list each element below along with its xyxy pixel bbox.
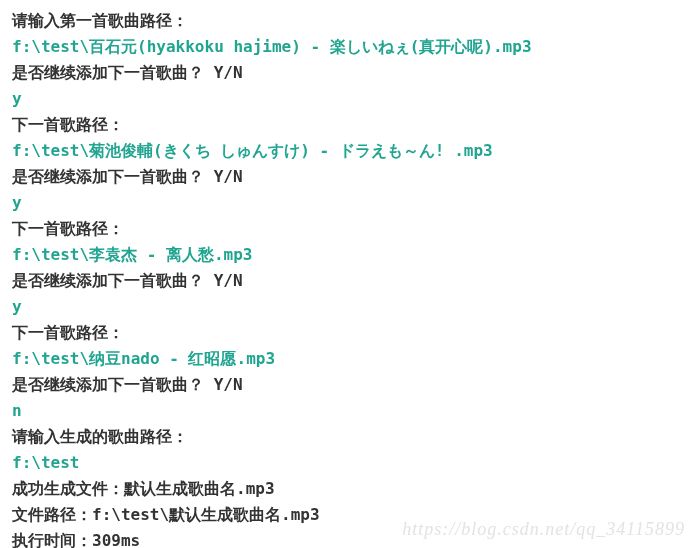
console-line: 成功生成文件：默认生成歌曲名.mp3 [12, 476, 687, 502]
console-line: 请输入生成的歌曲路径： [12, 424, 687, 450]
console-line: f:\test\纳豆nado - 红昭愿.mp3 [12, 346, 687, 372]
console-output: 请输入第一首歌曲路径：f:\test\百石元(hyakkoku hajime) … [12, 8, 687, 548]
watermark-text: https://blog.csdn.net/qq_34115899 [402, 519, 685, 540]
console-line: y [12, 190, 687, 216]
console-line: 是否继续添加下一首歌曲？ Y/N [12, 164, 687, 190]
console-line: f:\test\百石元(hyakkoku hajime) - 楽しいねぇ(真开心… [12, 34, 687, 60]
console-line: 下一首歌路径： [12, 320, 687, 346]
console-line: n [12, 398, 687, 424]
console-line: f:\test\菊池俊輔(きくち しゅんすけ) - ドラえも～ん! .mp3 [12, 138, 687, 164]
console-line: y [12, 86, 687, 112]
console-line: y [12, 294, 687, 320]
console-line: 下一首歌路径： [12, 216, 687, 242]
console-line: 请输入第一首歌曲路径： [12, 8, 687, 34]
console-line: f:\test [12, 450, 687, 476]
console-line: 是否继续添加下一首歌曲？ Y/N [12, 372, 687, 398]
console-line: 下一首歌路径： [12, 112, 687, 138]
console-line: 是否继续添加下一首歌曲？ Y/N [12, 60, 687, 86]
console-line: f:\test\李袁杰 - 离人愁.mp3 [12, 242, 687, 268]
console-line: 是否继续添加下一首歌曲？ Y/N [12, 268, 687, 294]
